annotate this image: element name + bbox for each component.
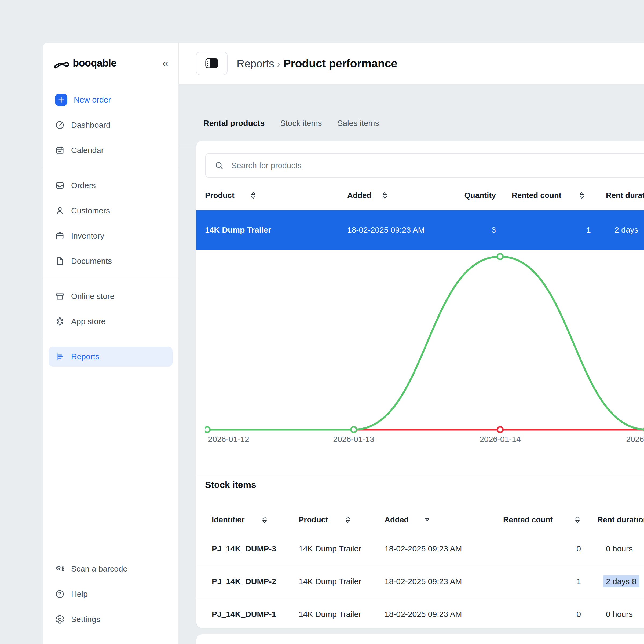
cell-rent-duration-highlighted: 2 days 8 xyxy=(606,577,639,586)
tab-rental-products[interactable]: Rental products xyxy=(203,119,265,128)
column-header-product[interactable]: Product xyxy=(299,515,328,524)
sort-icon[interactable] xyxy=(261,516,268,524)
inbox-icon xyxy=(55,181,65,190)
sidebar-item-inventory[interactable]: Inventory xyxy=(43,223,178,248)
sort-icon[interactable] xyxy=(382,191,388,199)
sidebar-group-store: Online store App store xyxy=(43,280,178,337)
sidebar-item-label: Calendar xyxy=(71,146,104,155)
column-header-rented-count[interactable]: Rented count xyxy=(512,191,561,200)
sidebar-item-customers[interactable]: Customers xyxy=(43,198,178,223)
sidebar-item-help[interactable]: Help xyxy=(43,581,178,607)
puzzle-icon xyxy=(55,317,65,326)
stock-table-header: Identifier Product Added Rented count Re… xyxy=(196,514,644,526)
sidebar-item-label: Help xyxy=(71,590,88,599)
cell-rented-count: 1 xyxy=(533,225,591,235)
sidebar-collapse-icon[interactable]: « xyxy=(163,58,168,68)
column-header-rented-count[interactable]: Rented count xyxy=(503,515,553,524)
sort-descending-icon[interactable] xyxy=(424,516,430,524)
cell-rent-duration: 0 hours xyxy=(606,610,633,619)
product-search[interactable] xyxy=(205,153,644,178)
booqable-logo-text: booqable xyxy=(73,57,116,69)
sort-icon[interactable] xyxy=(579,191,585,199)
highlighted-value: 2 days 8 xyxy=(603,575,639,587)
sidebar-bottom-group: Scan a barcode Help Settings xyxy=(43,556,178,632)
report-chart-icon xyxy=(55,352,65,361)
cell-identifier: PJ_14K_DUMP-1 xyxy=(212,610,276,619)
sidebar: booqable « New order Dashboard Calendar xyxy=(43,43,178,644)
cell-rent-duration: 0 hours xyxy=(606,544,633,553)
sidebar-header: booqable « xyxy=(43,43,178,84)
toggle-sidebar-button[interactable] xyxy=(196,52,228,75)
page-title: Product performance xyxy=(283,57,397,70)
search-input[interactable] xyxy=(231,161,644,170)
cell-product: 14K Dump Trailer xyxy=(299,610,361,619)
cell-identifier: PJ_14K_DUMP-3 xyxy=(212,544,276,553)
sidebar-item-scan-barcode[interactable]: Scan a barcode xyxy=(43,556,178,581)
cell-added: 18-02-2025 09:23 AM xyxy=(385,577,462,586)
cell-quantity: 3 xyxy=(438,225,496,235)
booqable-logo[interactable]: booqable xyxy=(53,57,116,70)
sidebar-item-calendar[interactable]: Calendar xyxy=(43,138,178,163)
sidebar-item-label: Settings xyxy=(71,615,100,624)
sort-icon[interactable] xyxy=(250,191,257,199)
column-header-added[interactable]: Added xyxy=(385,515,409,524)
rental-table-header: Product Added Quantity Rented count Rent… xyxy=(196,189,644,202)
column-header-added[interactable]: Added xyxy=(347,191,371,200)
cell-rented-count: 0 xyxy=(527,544,581,553)
breadcrumb: Reports › Product performance xyxy=(237,57,397,70)
breadcrumb-separator: › xyxy=(277,58,280,69)
svg-text:2026-01-13: 2026-01-13 xyxy=(333,435,374,444)
sidebar-item-dashboard[interactable]: Dashboard xyxy=(43,112,178,138)
cell-rented-count: 1 xyxy=(527,577,581,586)
cell-product: 14K Dump Trailer xyxy=(205,225,271,235)
sidebar-item-new-order[interactable]: New order xyxy=(43,87,178,112)
header-divider xyxy=(179,84,644,84)
stock-item-row[interactable]: PJ_14K_DUMP-3 14K Dump Trailer 18-02-202… xyxy=(196,532,644,565)
performance-chart: 2026-01-122026-01-132026-01-142026-01-15 xyxy=(205,250,644,454)
cell-rented-count: 0 xyxy=(527,610,581,619)
search-icon xyxy=(215,161,224,170)
column-header-identifier[interactable]: Identifier xyxy=(212,515,244,524)
column-header-rent-duration[interactable]: Rent duration xyxy=(597,515,644,524)
next-section-card xyxy=(196,634,644,644)
stock-item-row[interactable]: PJ_14K_DUMP-2 14K Dump Trailer 18-02-202… xyxy=(196,565,644,598)
sidebar-item-label: Documents xyxy=(71,257,112,266)
tab-bar: Rental products Stock items Sales items xyxy=(203,115,379,131)
stock-items-title: Stock items xyxy=(205,480,256,490)
selected-product-row[interactable]: 14K Dump Trailer 18-02-2025 09:23 AM 3 1… xyxy=(196,210,644,250)
sort-icon[interactable] xyxy=(345,516,351,524)
cell-product: 14K Dump Trailer xyxy=(299,544,361,553)
plus-icon xyxy=(55,94,67,106)
tab-sales-items[interactable]: Sales items xyxy=(337,119,379,128)
calendar-icon xyxy=(55,145,65,155)
sidebar-item-documents[interactable]: Documents xyxy=(43,248,178,274)
sidebar-group-reports: Reports xyxy=(43,341,178,372)
sidebar-panel-icon xyxy=(205,58,218,68)
sidebar-item-label: App store xyxy=(71,317,105,326)
barcode-scanner-icon xyxy=(55,564,65,574)
sidebar-item-reports[interactable]: Reports xyxy=(49,347,173,367)
column-header-rent-duration[interactable]: Rent duration xyxy=(606,191,644,200)
gear-icon xyxy=(55,614,65,624)
sort-icon[interactable] xyxy=(574,516,581,524)
breadcrumb-reports-link[interactable]: Reports xyxy=(237,58,274,69)
sidebar-group-manage: Orders Customers Inventory Documents xyxy=(43,170,178,277)
column-header-product[interactable]: Product xyxy=(205,191,235,200)
box-icon xyxy=(55,231,65,241)
sidebar-item-label: Dashboard xyxy=(71,120,111,130)
cell-identifier: PJ_14K_DUMP-2 xyxy=(212,577,276,586)
tab-stock-items[interactable]: Stock items xyxy=(280,119,322,128)
person-icon xyxy=(55,206,65,215)
sidebar-group-primary: New order Dashboard Calendar xyxy=(43,84,178,166)
cell-rent-duration: 2 days xyxy=(614,225,638,235)
sidebar-item-settings[interactable]: Settings xyxy=(43,607,178,632)
svg-text:2026-01-12: 2026-01-12 xyxy=(208,435,249,444)
sidebar-divider xyxy=(43,339,178,339)
column-header-quantity[interactable]: Quantity xyxy=(438,191,496,200)
sidebar-item-orders[interactable]: Orders xyxy=(43,173,178,198)
stock-item-row[interactable]: PJ_14K_DUMP-1 14K Dump Trailer 18-02-202… xyxy=(196,598,644,630)
help-icon xyxy=(55,589,65,599)
sidebar-item-app-store[interactable]: App store xyxy=(43,309,178,334)
cell-added: 18-02-2025 09:23 AM xyxy=(347,225,425,235)
sidebar-item-online-store[interactable]: Online store xyxy=(43,284,178,309)
